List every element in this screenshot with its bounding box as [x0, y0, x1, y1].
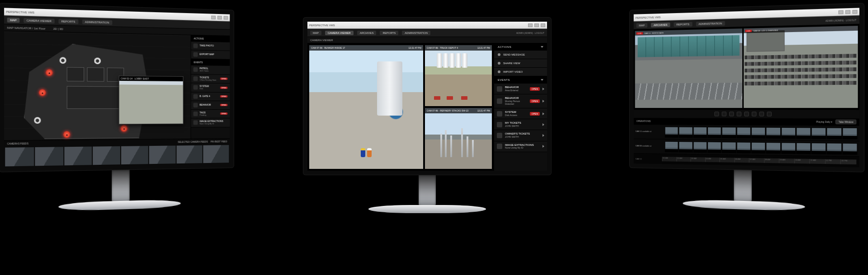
- view-mode-toggle[interactable]: 2D | 3D: [53, 27, 63, 30]
- video-tile-2[interactable]: CAM 07-96 · REFINERY STACKS SW-13 12:21:…: [425, 108, 492, 169]
- tab-camera-viewer[interactable]: CAMERA VIEWER: [325, 31, 354, 35]
- event-item[interactable]: BEHAVIOROPEN: [191, 101, 230, 109]
- window-minimize-icon[interactable]: [211, 15, 216, 19]
- events-header[interactable]: EVENTS: [494, 76, 547, 84]
- film-frame[interactable]: [679, 126, 693, 138]
- feeds-pin-button[interactable]: PIN BEST FEED: [211, 140, 227, 143]
- film-frame[interactable]: [679, 141, 693, 153]
- film-frame[interactable]: [751, 142, 766, 153]
- event-item[interactable]: IMAGE EXTRACTIONSNone Using My ID: [191, 118, 230, 127]
- camera-marker[interactable]: ●: [46, 69, 52, 76]
- window-maximize-icon[interactable]: [845, 10, 850, 14]
- feeds-select-button[interactable]: SELECTED CAMERA FEEDS: [178, 140, 208, 144]
- event-item[interactable]: IMAGE EXTRACTIONSNone Using My ID: [494, 141, 547, 152]
- window-maximize-icon[interactable]: [217, 15, 222, 19]
- window-close-icon[interactable]: [852, 9, 857, 14]
- tab-admin[interactable]: ADMINISTRATION: [696, 21, 725, 26]
- event-item[interactable]: SYSTEMDiskOPEN: [191, 83, 230, 92]
- film-frame[interactable]: [736, 127, 751, 138]
- step-forward-button[interactable]: [744, 112, 749, 116]
- tab-admin[interactable]: ADMINISTRATION: [402, 31, 430, 35]
- archive-tile-gate[interactable]: LIVE CAM 11 · NORTH GATE: [635, 28, 742, 108]
- rewind-button[interactable]: [722, 112, 726, 116]
- film-frame[interactable]: [708, 126, 722, 138]
- film-frame[interactable]: [811, 143, 826, 154]
- film-frame[interactable]: [781, 142, 796, 154]
- take-window-button[interactable]: Take Window: [835, 120, 856, 125]
- mode-select[interactable]: Playing Daily ▾: [816, 121, 832, 124]
- user-status[interactable]: ADMIN (ADMIN) · LOGOUT: [516, 32, 544, 34]
- feed-thumb[interactable]: [35, 147, 63, 166]
- film-frame[interactable]: [811, 127, 826, 139]
- event-item[interactable]: BEHAVIORMoving Person Detected OPEN: [494, 94, 547, 108]
- video-tile-1[interactable]: CAM 07-96 · TRUCK DEPOT 4 12:21:47 PM: [425, 45, 492, 106]
- tab-archives[interactable]: ARCHIVES: [357, 31, 377, 35]
- window-minimize-icon[interactable]: [528, 23, 533, 27]
- tab-archives[interactable]: ARCHIVES: [651, 22, 670, 27]
- event-item[interactable]: MY TICKETSJOHN SMITH: [494, 119, 547, 130]
- feed-thumb[interactable]: [121, 146, 148, 164]
- fast-forward-button[interactable]: [752, 112, 756, 116]
- film-frame[interactable]: [708, 141, 722, 153]
- play-button[interactable]: [737, 112, 741, 116]
- window-close-icon[interactable]: [224, 16, 228, 19]
- archive-tile-lot[interactable]: LIVE CAM 08 · LOT C OVERVIEW: [744, 26, 858, 108]
- actions-header[interactable]: ACTIONS: [494, 43, 547, 51]
- camera-marker[interactable]: ●: [39, 89, 46, 96]
- tab-admin[interactable]: ADMINISTRATION: [82, 19, 112, 25]
- timeline-track[interactable]: 01 AM02 AM03 AM04 AM05 AM06 AM07 AM08 AM…: [662, 157, 857, 164]
- action-share-view[interactable]: SHARE VIEW: [494, 59, 547, 68]
- camera-marker[interactable]: ●: [121, 125, 127, 132]
- feed-thumb[interactable]: [5, 147, 34, 166]
- skip-end-button[interactable]: [760, 112, 764, 116]
- film-frame[interactable]: [736, 142, 751, 153]
- tab-reports[interactable]: REPORTS: [58, 19, 78, 24]
- window-maximize-icon[interactable]: [534, 23, 539, 27]
- pip-preview[interactable]: CAM 02-14 · LOBBY EAST: [119, 76, 184, 125]
- event-item[interactable]: OWNER'S TICKETSJOHN SMITH: [494, 130, 547, 141]
- event-item[interactable]: PATROL1621 Tasks: [191, 65, 230, 75]
- film-frame[interactable]: [665, 141, 678, 152]
- film-frame[interactable]: [665, 126, 678, 138]
- tab-map[interactable]: MAP: [7, 17, 20, 22]
- event-item[interactable]: TAGSPendingOPEN: [191, 110, 230, 119]
- camera-marker[interactable]: ●: [63, 131, 70, 138]
- event-item[interactable]: SYSTEMDisk Access OPEN: [494, 108, 547, 119]
- film-frame[interactable]: [827, 143, 842, 154]
- feed-thumb[interactable]: [93, 146, 120, 165]
- feed-thumb[interactable]: [64, 147, 92, 166]
- feed-thumb[interactable]: [176, 145, 203, 163]
- step-back-button[interactable]: [729, 112, 734, 116]
- window-close-icon[interactable]: [541, 23, 545, 27]
- film-frame[interactable]: [796, 142, 811, 154]
- tab-map[interactable]: MAP: [310, 31, 321, 35]
- loop-button[interactable]: [767, 112, 772, 116]
- film-frame[interactable]: [842, 143, 858, 154]
- event-item[interactable]: BEHAVIORArea Entered OPEN: [494, 84, 547, 94]
- action-send-message[interactable]: SEND MESSAGE: [494, 51, 547, 59]
- sensor-marker[interactable]: ⬤: [60, 57, 66, 64]
- skip-start-button[interactable]: [714, 112, 719, 116]
- film-frame[interactable]: [796, 127, 811, 139]
- film-frame[interactable]: [751, 127, 766, 138]
- breadcrumb[interactable]: MAP NAVIGATOR / 1st Floor: [7, 26, 46, 30]
- feed-thumb[interactable]: [149, 145, 176, 164]
- tab-reports[interactable]: REPORTS: [674, 22, 692, 27]
- user-status[interactable]: ADMIN (ADMIN) · LOGOUT: [826, 19, 856, 22]
- map-canvas[interactable]: ● ● ⬤ ⬤ ● ● ● ⬤ CAM 02-14 · LOBBY EAST: [4, 31, 191, 140]
- feed-thumb[interactable]: [203, 145, 229, 163]
- action-import-video[interactable]: IMPORT VIDEO: [494, 68, 547, 76]
- video-tile-main[interactable]: CAM 07-96 · BUNKER INSIDE 17 12:21:47 PM: [309, 45, 423, 169]
- window-minimize-icon[interactable]: [839, 10, 844, 14]
- action-take-photo[interactable]: TAKE PHOTO: [191, 42, 230, 51]
- film-frame[interactable]: [693, 126, 707, 138]
- event-item[interactable]: TICKETS1 New Pending StateOPEN: [191, 75, 230, 84]
- tab-reports[interactable]: REPORTS: [380, 31, 398, 35]
- film-frame[interactable]: [722, 127, 736, 138]
- film-frame[interactable]: [827, 127, 842, 139]
- action-export-map[interactable]: EXPORT MAP: [191, 50, 230, 60]
- film-frame[interactable]: [693, 141, 707, 153]
- tab-camera-viewer[interactable]: CAMERA VIEWER: [24, 18, 54, 23]
- event-item[interactable]: B. GATE 4OPEN: [191, 92, 230, 101]
- film-frame[interactable]: [722, 142, 736, 153]
